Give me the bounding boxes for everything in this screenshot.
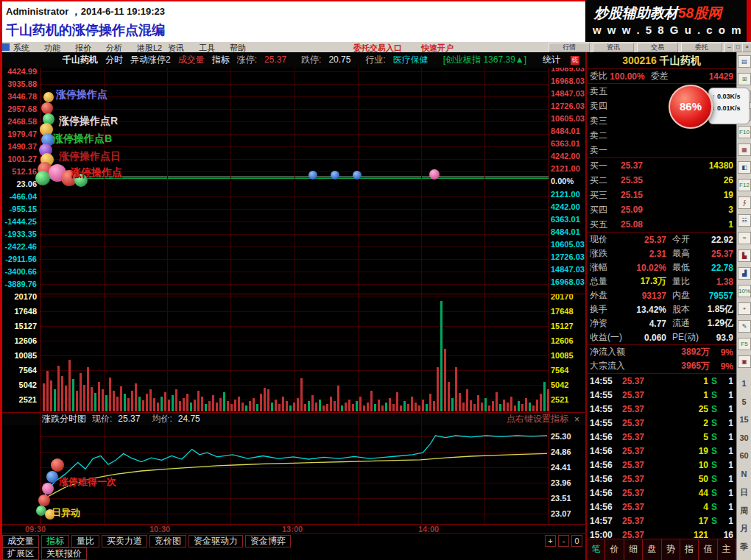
- stat-label: 外盘: [590, 289, 628, 302]
- stats-icon[interactable]: 统: [571, 56, 579, 65]
- blocks-icon[interactable]: ☷: [738, 214, 751, 227]
- volume-bar: [503, 400, 505, 411]
- period-60[interactable]: 60: [737, 451, 751, 460]
- panel-tab-笔[interactable]: 笔: [587, 539, 605, 560]
- tick-time: 14:55: [590, 418, 616, 428]
- formula-icon[interactable]: ∱: [738, 196, 751, 209]
- menu-item-5[interactable]: 资讯: [168, 43, 184, 52]
- period-N[interactable]: N: [737, 469, 751, 478]
- menu-button-3[interactable]: 委托: [681, 43, 722, 52]
- stats-label[interactable]: 统计: [543, 54, 560, 66]
- volume-bar: [407, 404, 409, 411]
- f12-icon[interactable]: F12: [738, 179, 751, 191]
- period-周[interactable]: 周: [737, 506, 751, 517]
- volume-label[interactable]: 成交量: [178, 54, 205, 66]
- zoom-in-button[interactable]: +: [545, 535, 556, 547]
- stat-label: 总量: [590, 275, 628, 288]
- panel-tab-势[interactable]: 势: [662, 539, 680, 560]
- tick-flag: S: [708, 376, 720, 386]
- bars-right-icon[interactable]: ▟: [738, 267, 751, 280]
- menu-button-0[interactable]: 行情: [549, 43, 590, 52]
- industry[interactable]: 行业:医疗保健: [365, 54, 435, 66]
- status-tab-1[interactable]: 关联报价: [41, 547, 87, 560]
- indicator-label[interactable]: 指标: [212, 54, 230, 66]
- volume-bar: [146, 394, 148, 411]
- panel-tab-盘[interactable]: 盘: [643, 539, 661, 560]
- tab-成交量[interactable]: 成交量: [2, 535, 39, 547]
- panel-tab-细[interactable]: 细: [624, 539, 643, 560]
- period-5[interactable]: 5: [737, 397, 751, 406]
- tick-volume: 10: [656, 460, 708, 470]
- menu-item-0[interactable]: 系统: [13, 43, 29, 52]
- menu-item-2[interactable]: 报价: [75, 43, 91, 52]
- tick-volume: 2: [656, 418, 708, 428]
- volume-bar: [381, 405, 384, 411]
- period-30[interactable]: 30: [737, 433, 751, 442]
- menu-item-7[interactable]: 帮助: [230, 43, 246, 52]
- tab-指标[interactable]: 指标: [41, 535, 69, 547]
- menu-button-2[interactable]: 交易: [637, 43, 678, 52]
- tab-竞价图[interactable]: 竞价图: [149, 535, 186, 547]
- index-tag[interactable]: [创业板指 1367.39▲]: [443, 54, 526, 66]
- menu-item-3[interactable]: 分析: [106, 43, 122, 52]
- menu-promo-2[interactable]: 快速开户: [421, 43, 454, 52]
- f5-icon[interactable]: F5: [738, 338, 751, 350]
- tab-资金驱动力[interactable]: 资金驱动力: [188, 535, 243, 547]
- indicator-name[interactable]: 异动涨停2: [130, 54, 171, 66]
- report-icon[interactable]: ▤: [738, 55, 751, 68]
- pen-icon[interactable]: ✎: [738, 320, 751, 333]
- tab-资金博弈[interactable]: 资金博弈: [245, 535, 291, 547]
- panel-divider: [37, 294, 585, 294]
- f10-icon[interactable]: F10: [738, 126, 751, 138]
- flow-label: 大宗流入: [590, 360, 625, 372]
- chart-icon[interactable]: ▦: [738, 143, 751, 156]
- flower-marker-icon: [429, 169, 440, 180]
- zoom-out-button[interactable]: -: [558, 535, 569, 547]
- panel-tab-指[interactable]: 指: [680, 539, 699, 560]
- logo-url: w w w . 5 8 G u . c o m: [593, 24, 743, 36]
- grid-hline: [40, 84, 549, 85]
- tick-count: 1: [720, 376, 733, 386]
- period-15[interactable]: 15: [737, 415, 751, 424]
- close-window-icon[interactable]: ×: [742, 43, 751, 52]
- volume-bar: [43, 383, 45, 411]
- period-日[interactable]: 日: [737, 487, 751, 498]
- menu-item-4[interactable]: 港股L2: [137, 43, 162, 52]
- grid-icon[interactable]: ⊞: [738, 73, 751, 85]
- panel-icon[interactable]: ▣: [738, 355, 751, 368]
- close-icon[interactable]: ×: [574, 414, 579, 425]
- volume-bar: [378, 400, 380, 411]
- menu-promo-1[interactable]: 委托交易入口: [353, 43, 402, 52]
- tick-row: 14:5625.374S1: [587, 500, 736, 514]
- status-tab-0[interactable]: 扩展区: [2, 547, 39, 560]
- panel-tab-主[interactable]: 主: [718, 539, 736, 560]
- tab-量比[interactable]: 量比: [71, 535, 99, 547]
- panel-tab-价[interactable]: 价: [605, 539, 624, 560]
- network-speed-badge[interactable]: 86%: [669, 85, 713, 129]
- period-1[interactable]: 1: [737, 379, 751, 388]
- bars-left-icon[interactable]: ▙: [738, 249, 751, 262]
- ten-percent-icon[interactable]: 10%: [738, 285, 751, 297]
- volume-bar: [311, 395, 314, 411]
- period-label[interactable]: 分时: [105, 54, 123, 66]
- panel-tab-值[interactable]: 值: [699, 539, 717, 560]
- tab-买卖力道[interactable]: 买卖力道: [102, 535, 147, 547]
- grid-hline: [40, 284, 549, 285]
- tick-time: 14:56: [590, 446, 616, 456]
- volume-right-axis-label: 7564: [551, 366, 585, 375]
- split-icon[interactable]: ◧: [738, 161, 751, 174]
- wave-icon[interactable]: ≈: [738, 232, 751, 244]
- main-right-axis-label: 10605.03: [551, 240, 585, 249]
- volume-bar: [54, 389, 56, 411]
- period-月[interactable]: 月: [737, 523, 751, 534]
- zoom-reset-button[interactable]: 0: [571, 535, 582, 547]
- menu-item-1[interactable]: 功能: [44, 43, 60, 52]
- menu-button-1[interactable]: 资讯: [593, 43, 634, 52]
- stat-label: 最低: [672, 261, 703, 274]
- plus-icon[interactable]: +: [738, 302, 751, 315]
- volume-bar: [540, 394, 542, 411]
- volume-bar: [102, 389, 104, 411]
- stat-value: 10.02%: [628, 263, 666, 273]
- menu-item-6[interactable]: 工具: [199, 43, 215, 52]
- period-季[interactable]: 季: [737, 542, 751, 553]
